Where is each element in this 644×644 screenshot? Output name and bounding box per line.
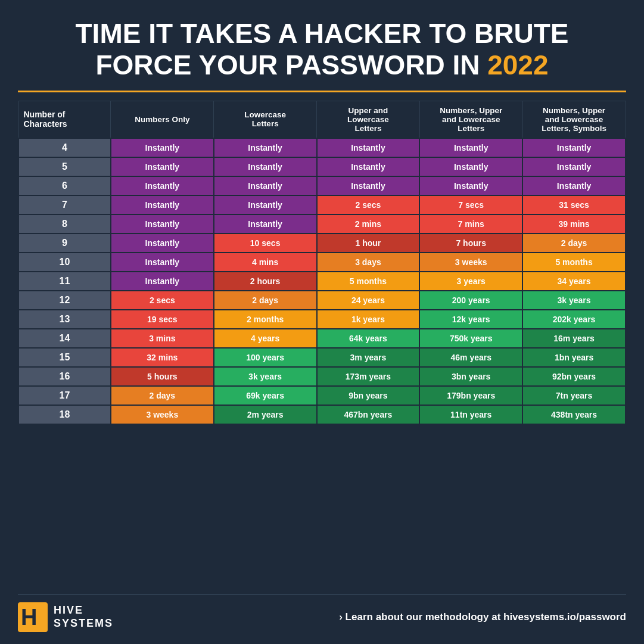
password-table: Number ofCharacters Numbers Only Lowerca…: [18, 101, 626, 425]
char-cell: 14: [18, 329, 111, 348]
data-cell: 2 secs: [111, 291, 214, 310]
char-cell: 5: [18, 157, 111, 176]
data-cell: 32 mins: [111, 348, 214, 367]
svg-text:H: H: [21, 605, 37, 630]
data-cell: 2m years: [214, 405, 317, 424]
data-cell: Instantly: [214, 214, 317, 234]
data-cell: 92bn years: [522, 367, 626, 386]
title-underline: [18, 91, 626, 92]
data-cell: 467bn years: [317, 405, 420, 424]
data-cell: 1 hour: [317, 234, 420, 253]
data-cell: 2 secs: [317, 195, 420, 214]
char-cell: 6: [18, 176, 111, 195]
data-cell: Instantly: [317, 138, 420, 157]
col-header-lowercase: LowercaseLetters: [214, 101, 317, 138]
data-cell: 5 hours: [111, 367, 214, 386]
data-cell: 1k years: [317, 310, 420, 329]
char-cell: 18: [18, 405, 111, 424]
data-cell: Instantly: [214, 138, 317, 157]
data-cell: 7 mins: [419, 214, 522, 234]
char-cell: 4: [18, 138, 111, 157]
page-title: TIME IT TAKES A HACKER TO BRUTE FORCE YO…: [18, 18, 626, 81]
data-cell: Instantly: [111, 176, 214, 195]
data-cell: 3 mins: [111, 329, 214, 348]
data-cell: Instantly: [111, 195, 214, 214]
data-cell: 3k years: [214, 367, 317, 386]
char-cell: 11: [18, 272, 111, 291]
data-cell: 5 months: [317, 272, 420, 291]
data-cell: 3bn years: [419, 367, 522, 386]
char-cell: 7: [18, 195, 111, 214]
data-cell: Instantly: [419, 157, 522, 176]
col-header-chars: Number ofCharacters: [18, 101, 111, 138]
data-cell: Instantly: [522, 176, 626, 195]
char-cell: 10: [18, 253, 111, 272]
data-cell: Instantly: [111, 157, 214, 176]
data-cell: 4 mins: [214, 253, 317, 272]
data-cell: Instantly: [522, 138, 626, 157]
data-cell: 31 secs: [522, 195, 626, 214]
data-cell: 3 weeks: [111, 405, 214, 424]
col-header-num-upper-lower: Numbers, Upperand LowercaseLetters: [419, 101, 522, 138]
data-cell: 24 years: [317, 291, 420, 310]
col-header-numbers: Numbers Only: [111, 101, 214, 138]
char-cell: 8: [18, 214, 111, 234]
data-cell: 2 days: [522, 234, 626, 253]
data-cell: 7 hours: [419, 234, 522, 253]
data-cell: 202k years: [522, 310, 626, 329]
data-cell: 11tn years: [419, 405, 522, 424]
data-cell: 3 weeks: [419, 253, 522, 272]
data-cell: 173m years: [317, 367, 420, 386]
data-cell: 2 days: [214, 291, 317, 310]
data-cell: 5 months: [522, 253, 626, 272]
logo-text: HIVE SYSTEMS: [54, 604, 113, 630]
data-cell: 2 hours: [214, 272, 317, 291]
data-cell: Instantly: [111, 253, 214, 272]
char-cell: 12: [18, 291, 111, 310]
data-cell: 46m years: [419, 348, 522, 367]
data-cell: 64k years: [317, 329, 420, 348]
char-cell: 15: [18, 348, 111, 367]
main-container: TIME IT TAKES A HACKER TO BRUTE FORCE YO…: [0, 0, 644, 644]
data-cell: 69k years: [214, 386, 317, 405]
data-cell: Instantly: [419, 138, 522, 157]
data-cell: 3 years: [419, 272, 522, 291]
col-header-upper-lower: Upper andLowercaseLetters: [317, 101, 420, 138]
data-cell: Instantly: [111, 234, 214, 253]
data-cell: 100 years: [214, 348, 317, 367]
data-cell: 4 years: [214, 329, 317, 348]
logo: H HIVE SYSTEMS: [18, 602, 113, 632]
data-cell: 3 days: [317, 253, 420, 272]
data-cell: Instantly: [317, 176, 420, 195]
char-cell: 17: [18, 386, 111, 405]
data-cell: 438tn years: [522, 405, 626, 424]
data-cell: 3k years: [522, 291, 626, 310]
data-cell: 3m years: [317, 348, 420, 367]
data-cell: Instantly: [522, 157, 626, 176]
data-cell: Instantly: [111, 214, 214, 234]
data-cell: Instantly: [419, 176, 522, 195]
data-cell: 179bn years: [419, 386, 522, 405]
data-cell: 16m years: [522, 329, 626, 348]
data-cell: 39 mins: [522, 214, 626, 234]
data-cell: 19 secs: [111, 310, 214, 329]
char-cell: 9: [18, 234, 111, 253]
data-cell: 7tn years: [522, 386, 626, 405]
data-cell: 1bn years: [522, 348, 626, 367]
footer: H HIVE SYSTEMS › Learn about our methodo…: [18, 594, 626, 632]
data-cell: Instantly: [111, 138, 214, 157]
hive-logo-icon: H: [18, 602, 48, 632]
data-cell: Instantly: [214, 195, 317, 214]
data-cell: 34 years: [522, 272, 626, 291]
data-cell: Instantly: [111, 272, 214, 291]
data-cell: 2 months: [214, 310, 317, 329]
data-cell: Instantly: [317, 157, 420, 176]
data-cell: 2 mins: [317, 214, 420, 234]
data-cell: 200 years: [419, 291, 522, 310]
data-cell: 750k years: [419, 329, 522, 348]
char-cell: 16: [18, 367, 111, 386]
data-cell: 2 days: [111, 386, 214, 405]
char-cell: 13: [18, 310, 111, 329]
data-cell: Instantly: [214, 157, 317, 176]
data-cell: 9bn years: [317, 386, 420, 405]
